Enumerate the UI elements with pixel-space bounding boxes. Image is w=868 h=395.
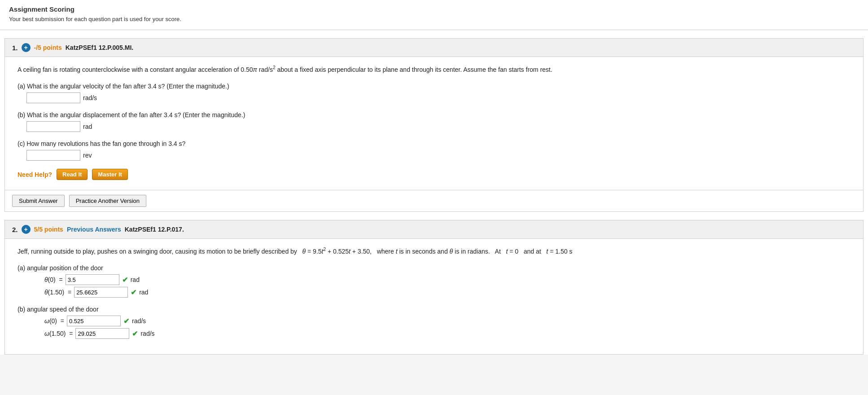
omega-150-row: ω(1.50) = ✔ rad/s — [18, 328, 854, 339]
part-c-label: (c) How many revolutions has the fan gon… — [18, 140, 854, 147]
part-a-input[interactable] — [26, 92, 80, 103]
question-2-points: 5/5 points — [34, 226, 63, 233]
submit-answer-button[interactable]: Submit Answer — [12, 195, 65, 207]
part-b-answer-row: rad — [18, 121, 854, 132]
question-2-header: 2. + 5/5 points Previous Answers KatzPSE… — [5, 220, 863, 239]
theta-0-row: θ(0) = ✔ rad — [18, 274, 854, 285]
part-2a-label: (a) angular position of the door — [18, 264, 854, 272]
omega-150-check: ✔ — [132, 329, 138, 338]
part-c-input[interactable] — [26, 150, 80, 161]
theta-0-unit: rad — [131, 276, 140, 283]
question-1-statement: A ceiling fan is rotating counterclockwi… — [18, 64, 854, 75]
theta-0-input[interactable] — [66, 274, 119, 285]
scoring-note: Your best submission for each question p… — [9, 16, 859, 22]
omega-0-row: ω(0) = ✔ rad/s — [18, 316, 854, 326]
theta-0-check: ✔ — [122, 276, 128, 284]
need-help-text: Need Help? — [18, 171, 52, 178]
page-wrapper: Assignment Scoring Your best submission … — [0, 0, 868, 355]
scoring-title: Assignment Scoring — [9, 5, 859, 13]
read-it-button[interactable]: Read It — [57, 169, 88, 180]
question-2-part-a: (a) angular position of the door θ(0) = … — [18, 264, 854, 298]
question-1-id: KatzPSEf1 12.P.005.MI. — [66, 44, 133, 51]
theta-150-eq: θ(1.50) = — [44, 289, 71, 296]
question-2-part-b: (b) angular speed of the door ω(0) = ✔ r… — [18, 306, 854, 339]
question-2-block: 2. + 5/5 points Previous Answers KatzPSE… — [4, 220, 864, 355]
omega-0-input[interactable] — [67, 316, 121, 326]
part-b-unit: rad — [83, 123, 92, 130]
theta-0-eq: θ(0) = — [44, 276, 63, 283]
question-1-plus-icon: + — [22, 43, 31, 52]
part-c-answer-row: rev — [18, 150, 854, 161]
question-2-statement: Jeff, running outside to play, pushes on… — [18, 246, 854, 256]
scoring-header: Assignment Scoring Your best submission … — [0, 0, 868, 30]
question-2-plus-icon: + — [22, 225, 31, 234]
theta-150-check: ✔ — [131, 288, 136, 297]
part-a-unit: rad/s — [83, 94, 97, 101]
question-1-body: A ceiling fan is rotating counterclockwi… — [5, 57, 863, 190]
question-1-part-c: (c) How many revolutions has the fan gon… — [18, 140, 854, 161]
omega-150-unit: rad/s — [140, 330, 154, 337]
omega-150-eq: ω(1.50) = — [44, 330, 73, 337]
part-2b-label: (b) angular speed of the door — [18, 306, 854, 313]
question-1-part-a: (a) What is the angular velocity of the … — [18, 83, 854, 103]
part-c-unit: rev — [83, 152, 92, 159]
part-a-answer-row: rad/s — [18, 92, 854, 103]
question-2-id: KatzPSEf1 12.P.017. — [125, 226, 184, 233]
theta-150-unit: rad — [139, 289, 148, 296]
question-1-block: 1. + -/5 points KatzPSEf1 12.P.005.MI. A… — [4, 38, 864, 212]
question-1-part-b: (b) What is the angular displacement of … — [18, 111, 854, 132]
omega-150-input[interactable] — [75, 328, 129, 339]
part-b-input[interactable] — [26, 121, 80, 132]
omega-0-eq: ω(0) = — [44, 317, 64, 325]
practice-another-version-button[interactable]: Practice Another Version — [69, 195, 146, 207]
question-1-number: 1. — [12, 44, 18, 52]
question-1-points: -/5 points — [34, 44, 62, 51]
part-a-label: (a) What is the angular velocity of the … — [18, 83, 854, 90]
question-2-number: 2. — [12, 226, 18, 233]
need-help-row: Need Help? Read It Master It — [18, 169, 854, 180]
question-1-action-row: Submit Answer Practice Another Version — [5, 190, 863, 211]
master-it-button[interactable]: Master It — [92, 169, 127, 180]
theta-150-row: θ(1.50) = ✔ rad — [18, 287, 854, 298]
part-b-label: (b) What is the angular displacement of … — [18, 111, 854, 118]
previous-answers-link[interactable]: Previous Answers — [67, 226, 121, 233]
omega-0-unit: rad/s — [132, 317, 146, 325]
omega-0-check: ✔ — [123, 317, 129, 325]
question-2-body: Jeff, running outside to play, pushes on… — [5, 239, 863, 354]
question-1-header: 1. + -/5 points KatzPSEf1 12.P.005.MI. — [5, 39, 863, 57]
theta-150-input[interactable] — [74, 287, 128, 298]
